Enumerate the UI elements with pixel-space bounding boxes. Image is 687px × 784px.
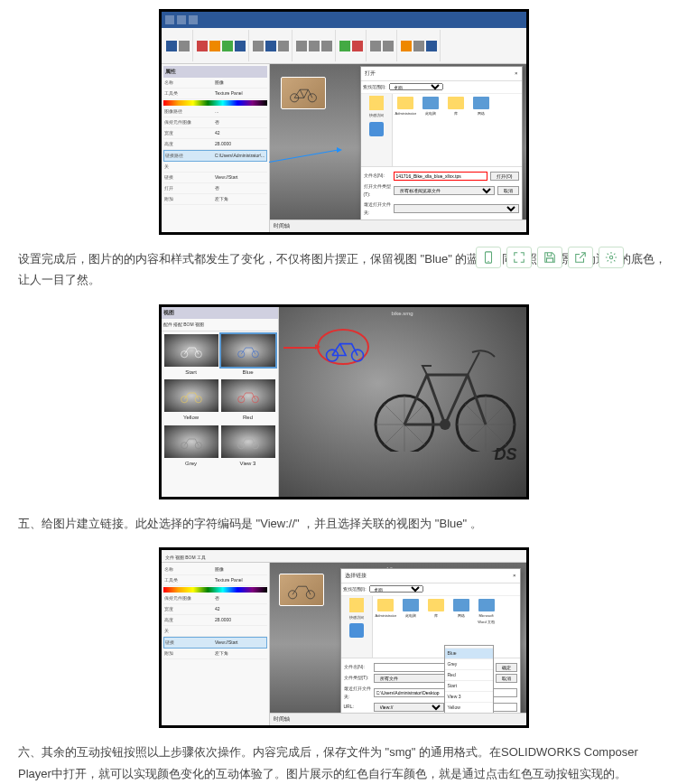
view-blue[interactable]: Blue — [221, 334, 275, 378]
timeline-bar: 时间轴 — [270, 219, 526, 232]
svg-point-13 — [181, 443, 187, 449]
view-3[interactable]: View 3 — [221, 425, 275, 469]
view-grey[interactable]: Grey — [164, 425, 218, 469]
cancel-button[interactable]: 取消 — [496, 674, 517, 683]
filename-input[interactable] — [394, 172, 488, 181]
highlighted-property-row: 链接路径C:\Users\Administrator\... — [163, 150, 267, 162]
ribbon-toolbar — [162, 28, 526, 64]
paragraph-2: 五、给图片建立链接。此处选择的字符编码是 "View://" ，并且选择关联的视… — [18, 513, 669, 534]
paragraph-3: 六、其余的互动按钮按照以上步骤依次操作。内容完成后，保存文件为 "smg" 的通… — [18, 742, 669, 784]
expand-icon[interactable] — [506, 247, 532, 268]
svg-point-5 — [181, 350, 187, 357]
red-highlight-circle — [317, 329, 369, 365]
properties-panel: 属性 名称图像 工具类Texture Panel 图像路径... 保持元件图像否… — [162, 64, 270, 232]
dialog-title: 打开 — [365, 69, 376, 79]
link-property-row: 链接View://Start — [163, 637, 267, 649]
large-bike-render — [364, 325, 517, 458]
canvas-viewport: bike.smg 打开 × 查找范围(I): 桌面 快速 — [270, 64, 526, 232]
svg-point-6 — [195, 350, 201, 357]
view-dropdown-list[interactable]: Blue Grey Red Start View 3 Yellow — [444, 645, 494, 714]
views-title: 视图 — [162, 307, 278, 319]
floating-toolbar — [476, 247, 624, 268]
svg-point-14 — [195, 443, 201, 449]
gear-icon[interactable] — [599, 247, 624, 268]
views-panel: 视图 配件 搭配 BOM 视图 Start Blue Yellow Red Gr… — [162, 307, 279, 497]
app-titlebar — [162, 12, 526, 28]
svg-point-8 — [252, 350, 258, 357]
ds-logo: DS — [494, 440, 516, 469]
url-prefix-dropdown[interactable]: View:// — [374, 703, 444, 712]
svg-point-3 — [487, 261, 488, 262]
canvas-viewport-3: bike.smg 选择链接 × 查找范围(I): 桌面 快速访问 — [270, 563, 526, 725]
view-yellow[interactable]: Yellow — [164, 379, 218, 423]
close-icon[interactable]: × — [515, 69, 518, 79]
view-red[interactable]: Red — [221, 379, 275, 423]
link-dialog: 选择链接 × 查找范围(I): 桌面 快速访问 Administrator 此 — [340, 568, 521, 717]
svg-point-4 — [609, 256, 613, 259]
svg-point-12 — [252, 397, 258, 403]
open-file-dialog: 打开 × 查找范围(I): 桌面 快速访问 Administrator 此电脑 — [360, 66, 523, 222]
bike-thumbnail — [281, 77, 326, 109]
view-start[interactable]: Start — [164, 334, 218, 378]
save-icon[interactable] — [537, 247, 562, 268]
svg-point-29 — [440, 419, 450, 430]
screenshot-2-views: 视图 配件 搭配 BOM 视图 Start Blue Yellow Red Gr… — [159, 304, 529, 499]
mobile-icon[interactable] — [476, 247, 501, 268]
filetype-dropdown[interactable]: 所有标准阅览器文件 — [394, 186, 495, 195]
open-button[interactable]: 打开(O) — [490, 172, 518, 181]
svg-point-16 — [252, 443, 258, 449]
cancel-button[interactable]: 取消 — [497, 186, 519, 195]
svg-point-15 — [237, 443, 244, 449]
location-dropdown[interactable]: 桌面 — [389, 83, 443, 90]
svg-point-9 — [181, 397, 187, 403]
svg-point-1 — [308, 94, 316, 102]
svg-point-7 — [237, 350, 244, 357]
close-icon[interactable]: × — [513, 571, 516, 581]
timeline-bar-3: 时间轴 — [270, 713, 526, 725]
properties-title: 属性 — [163, 66, 267, 78]
svg-point-30 — [288, 591, 296, 599]
screenshot-3-link-dialog: 文件 视图 BOM 工具 名称图像 工具类Texture Panel 保持元件图… — [159, 547, 529, 728]
share-icon[interactable] — [568, 247, 593, 268]
tabs-bar: 文件 视图 BOM 工具 — [162, 550, 526, 563]
quick-access-icon — [369, 96, 384, 110]
svg-point-31 — [306, 591, 314, 599]
recent-dropdown[interactable] — [394, 204, 519, 213]
svg-point-10 — [195, 397, 201, 403]
canvas-viewport-2: bike.smg DS — [279, 307, 526, 497]
svg-point-11 — [237, 397, 244, 403]
screenshot-1-app-window: 属性 名称图像 工具类Texture Panel 图像路径... 保持元件图像否… — [159, 9, 529, 235]
properties-panel-3: 名称图像 工具类Texture Panel 保持元件图像否 宽度42 高度28.… — [162, 563, 270, 725]
ok-button[interactable]: 确定 — [496, 663, 517, 672]
